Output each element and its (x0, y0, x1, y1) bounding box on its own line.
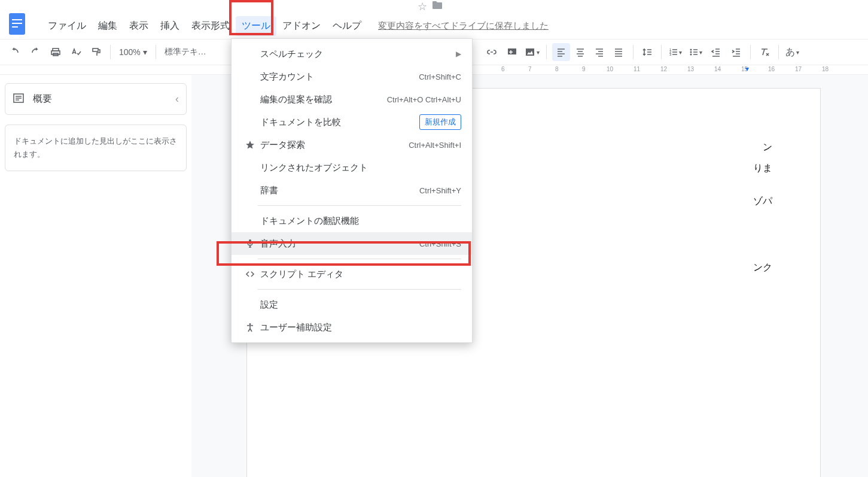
align-center-button[interactable] (571, 43, 589, 61)
outline-heading[interactable]: 概要 ‹ (5, 83, 187, 115)
indent-decrease-button[interactable] (707, 43, 725, 61)
insert-comment-button[interactable] (503, 43, 521, 61)
numbered-list-button[interactable]: 123▾ (666, 43, 684, 61)
paint-format-button[interactable] (87, 43, 105, 61)
outline-sidebar: 概要 ‹ ドキュメントに追加した見出しがここに表示されます。 (0, 75, 191, 477)
svg-text:3: 3 (669, 53, 672, 56)
explore-icon (242, 140, 258, 150)
menu-addons[interactable]: アドオン (276, 16, 327, 36)
code-icon (242, 269, 258, 279)
input-tools-button[interactable]: あ▾ (784, 43, 802, 61)
save-status[interactable]: 変更内容をすべてドライブに保存しました (378, 20, 549, 32)
star-icon[interactable]: ☆ (418, 0, 427, 13)
insert-link-button[interactable] (483, 43, 501, 61)
svg-point-10 (690, 51, 692, 53)
menu-explore[interactable]: データ探索Ctrl+Alt+Shift+I (232, 133, 472, 156)
insert-image-button[interactable]: ▾ (523, 43, 541, 61)
chevron-down-icon: ▾ (699, 49, 702, 56)
clear-formatting-button[interactable] (756, 43, 773, 61)
chevron-down-icon: ▾ (537, 49, 540, 56)
menu-compare-documents[interactable]: ドキュメントを比較新規作成 (232, 111, 472, 133)
move-folder-icon[interactable] (432, 0, 443, 13)
microphone-icon (242, 239, 258, 248)
tools-menu-dropdown: スペルチェック▶ 文字カウントCtrl+Shift+C 編集の提案を確認Ctrl… (231, 38, 473, 343)
menu-accessibility-settings[interactable]: ユーザー補助設定 (232, 316, 472, 339)
undo-button[interactable] (6, 43, 24, 61)
menu-format[interactable]: 表示形式 (185, 16, 236, 36)
menu-file[interactable]: ファイル (42, 16, 92, 36)
print-button[interactable] (47, 43, 65, 61)
indent-increase-button[interactable] (727, 43, 745, 61)
svg-rect-3 (93, 48, 98, 51)
menu-script-editor[interactable]: スクリプト エディタ (232, 263, 472, 285)
menu-linked-objects[interactable]: リンクされたオブジェクト (232, 156, 472, 179)
svg-rect-13 (249, 239, 251, 244)
redo-button[interactable] (26, 43, 44, 61)
menu-insert[interactable]: 挿入 (154, 16, 185, 36)
svg-point-11 (690, 54, 692, 56)
align-left-button[interactable] (552, 43, 570, 61)
chevron-down-icon: ▾ (679, 49, 682, 56)
zoom-select[interactable]: 100%▾ (115, 47, 151, 57)
menu-dictionary[interactable]: 辞書Ctrl+Shift+Y (232, 179, 472, 202)
spellcheck-button[interactable] (67, 43, 85, 61)
outline-label: 概要 (33, 93, 52, 105)
new-compare-button[interactable]: 新規作成 (419, 114, 461, 130)
menu-edit[interactable]: 編集 (92, 16, 123, 36)
align-right-button[interactable] (590, 43, 608, 61)
menu-spellcheck[interactable]: スペルチェック▶ (232, 42, 472, 65)
outline-icon (13, 92, 25, 106)
svg-rect-5 (526, 48, 534, 56)
menu-voice-typing[interactable]: 音声入力Ctrl+Shift+S (232, 232, 472, 255)
svg-point-14 (249, 323, 251, 325)
svg-rect-4 (508, 48, 516, 54)
collapse-sidebar-button[interactable]: ‹ (175, 93, 179, 105)
docs-logo[interactable] (5, 12, 29, 36)
menu-help[interactable]: ヘルプ (327, 16, 367, 36)
menu-review-suggestions[interactable]: 編集の提案を確認Ctrl+Alt+O Ctrl+Alt+U (232, 88, 472, 111)
accessibility-icon (242, 323, 258, 332)
submenu-arrow-icon: ▶ (456, 50, 461, 58)
margin-marker-icon[interactable]: ▾ (745, 65, 749, 73)
chevron-down-icon: ▾ (143, 47, 147, 57)
outline-placeholder: ドキュメントに追加した見出しがここに表示されます。 (5, 124, 187, 171)
align-justify-button[interactable] (610, 43, 628, 61)
line-spacing-button[interactable] (638, 43, 656, 61)
menu-word-count[interactable]: 文字カウントCtrl+Shift+C (232, 65, 472, 88)
menubar: ファイル 編集 表示 挿入 表示形式 ツール アドオン ヘルプ 変更内容をすべて… (0, 13, 868, 39)
paragraph-style-select[interactable]: 標準テキス… (161, 47, 215, 57)
bulleted-list-button[interactable]: ▾ (687, 43, 705, 61)
chevron-down-icon: ▾ (796, 49, 799, 56)
menu-tools[interactable]: ツール (236, 16, 276, 36)
menu-preferences[interactable]: 設定 (232, 293, 472, 316)
menu-translate-document[interactable]: ドキュメントの翻訳機能 (232, 209, 472, 232)
svg-rect-1 (51, 51, 60, 54)
svg-point-9 (690, 49, 692, 51)
menu-view[interactable]: 表示 (123, 16, 154, 36)
